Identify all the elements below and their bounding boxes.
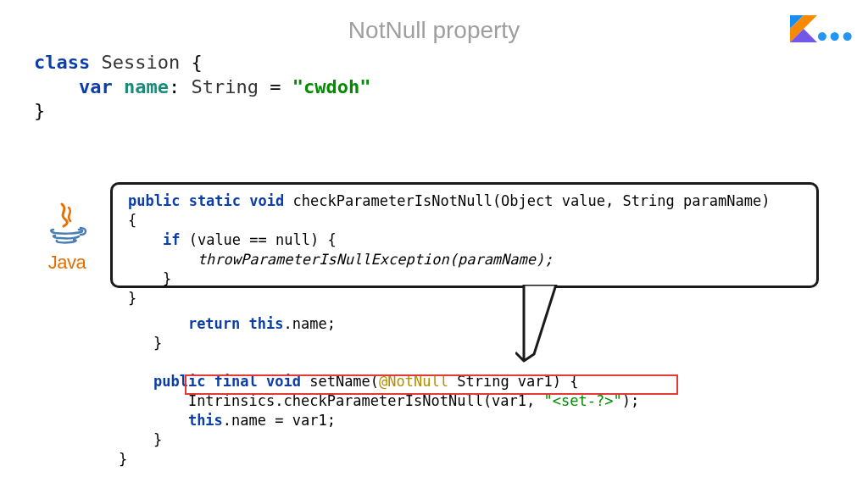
annotation: @NotNull: [379, 373, 448, 390]
keyword: public final void: [153, 373, 301, 390]
text: (value == null) {: [180, 231, 336, 248]
text: :: [169, 76, 192, 97]
callout-bubble: public static void checkParameterIsNotNu…: [110, 182, 819, 288]
text: [128, 231, 163, 248]
method-name: checkParameterIsNotNull: [284, 192, 492, 209]
method-name: setName: [301, 373, 370, 390]
text: }: [128, 290, 136, 307]
text: }: [34, 100, 45, 121]
text: {: [128, 212, 136, 229]
class-name: Session: [101, 52, 180, 73]
text: [119, 373, 153, 390]
text: (Object value, String paramName): [492, 192, 771, 209]
keyword: var: [79, 76, 113, 97]
string-literal: "cwdoh": [292, 76, 371, 97]
text: .name = var1;: [223, 412, 336, 429]
text: [119, 315, 188, 332]
keyword: if: [163, 231, 180, 248]
var-name: name: [124, 76, 169, 97]
text: (: [370, 373, 379, 390]
text: );: [622, 392, 639, 409]
text: {: [180, 52, 203, 73]
text: [119, 412, 188, 429]
text: }: [119, 431, 162, 448]
keyword: public static void: [128, 192, 284, 209]
text: [119, 392, 188, 409]
menu-dots-icon: •••: [815, 24, 853, 52]
text: throwParameterIsNullException(paramName)…: [128, 251, 554, 268]
keyword: class: [34, 52, 90, 73]
text: }: [119, 451, 127, 468]
text: .name;: [283, 315, 335, 332]
text: }: [128, 270, 171, 287]
kotlin-code-block: class Session { var name: String = "cwdo…: [34, 51, 370, 124]
string-literal: "<set-?>": [544, 392, 622, 409]
keyword: this: [188, 412, 223, 429]
slide-title: NotNull property: [0, 17, 868, 44]
kotlin-logo-icon: [790, 15, 817, 42]
type: String: [191, 76, 258, 97]
text: }: [119, 335, 162, 352]
keyword: return this: [188, 315, 284, 332]
java-logo-icon: Java: [37, 199, 97, 274]
text: [34, 76, 79, 97]
java-label: Java: [37, 252, 97, 274]
text: =: [259, 76, 292, 97]
call: Intrinsics.checkParameterIsNotNull(var1,: [188, 392, 544, 409]
